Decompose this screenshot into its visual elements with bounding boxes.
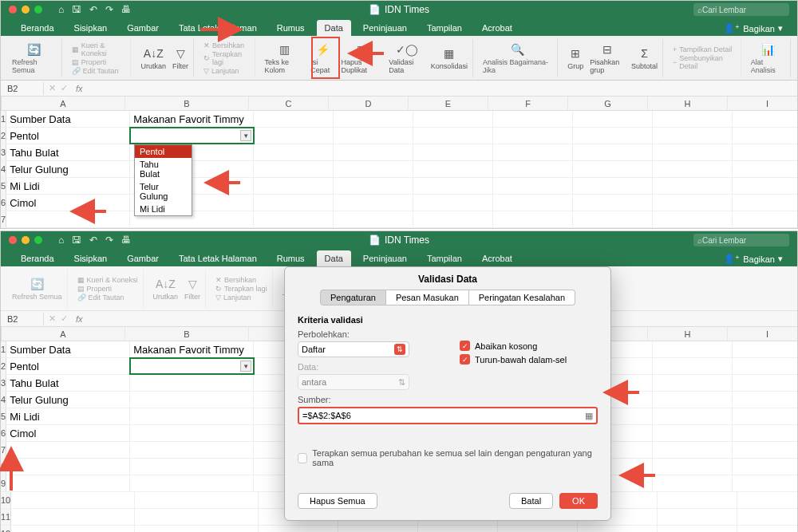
home-icon[interactable]: ⌂ xyxy=(58,234,64,246)
cell[interactable] xyxy=(413,195,493,211)
col-a[interactable]: A xyxy=(2,97,125,110)
undo-icon[interactable]: ↶ xyxy=(89,4,97,15)
maximize-icon[interactable] xyxy=(34,6,42,14)
redo-icon[interactable]: ↷ xyxy=(105,4,113,15)
dropdown-list[interactable]: Pentol Tahu Bulat Telur Gulung Mi Lidi xyxy=(134,144,192,216)
cell[interactable] xyxy=(733,144,797,160)
cell[interactable] xyxy=(334,144,413,160)
cell[interactable] xyxy=(573,161,653,177)
cell[interactable] xyxy=(254,161,334,177)
cell[interactable] xyxy=(334,111,413,127)
name-box[interactable]: B2 xyxy=(4,82,44,95)
tab-gambar[interactable]: Gambar xyxy=(119,250,167,266)
filter-button[interactable]: ▽Filter xyxy=(172,46,188,70)
row-head[interactable]: 1 xyxy=(1,111,6,127)
print-icon[interactable]: 🖶 xyxy=(121,4,131,15)
cell[interactable] xyxy=(493,161,573,177)
cell[interactable] xyxy=(493,111,573,127)
row-head[interactable]: 7 xyxy=(1,442,6,458)
row-head[interactable]: 3 xyxy=(1,375,6,391)
col-a[interactable]: A xyxy=(2,327,125,341)
save-icon[interactable]: 🖫 xyxy=(72,234,81,246)
cell[interactable]: Cimol xyxy=(6,195,130,211)
close-icon[interactable] xyxy=(9,236,17,244)
col-h[interactable]: H xyxy=(648,97,728,110)
col-c[interactable]: C xyxy=(249,97,329,110)
cell[interactable] xyxy=(733,161,797,177)
row-head[interactable]: 5 xyxy=(1,408,6,424)
cell[interactable] xyxy=(573,195,653,211)
minimize-icon[interactable] xyxy=(22,236,30,244)
check-fx-icon[interactable]: ✓ xyxy=(61,83,68,93)
cell[interactable]: Telur Gulung xyxy=(6,392,130,408)
cell[interactable]: Makanan Favorit Timmy xyxy=(130,341,254,357)
cell[interactable] xyxy=(653,195,733,211)
column-headers[interactable]: A B C D E F G H I J xyxy=(1,97,797,111)
dropdown-item[interactable]: Pentol xyxy=(135,145,192,158)
row-head[interactable]: 1 xyxy=(1,341,6,357)
cell[interactable] xyxy=(413,178,493,194)
cell[interactable] xyxy=(6,211,130,227)
cell[interactable] xyxy=(254,111,334,127)
cell[interactable]: Pentol xyxy=(6,358,130,374)
cell[interactable]: Mi Lidi xyxy=(6,178,130,194)
tab-data[interactable]: Data xyxy=(317,250,351,266)
minimize-icon[interactable] xyxy=(22,6,30,14)
tab-pesan[interactable]: Pesan Masukan xyxy=(386,290,469,305)
cancel-fx-icon[interactable]: ✕ xyxy=(49,83,56,93)
row-head[interactable]: 12 xyxy=(1,526,11,532)
search-input[interactable]: ⌕ Cari Lembar xyxy=(693,3,789,16)
cell[interactable] xyxy=(334,211,413,227)
dropdown-arrow[interactable]: ▼ xyxy=(240,361,251,372)
cell[interactable] xyxy=(573,144,653,160)
col-f[interactable]: F xyxy=(488,97,568,110)
tab-sisipkan[interactable]: Sisipkan xyxy=(66,250,116,266)
col-b[interactable]: B xyxy=(125,97,249,110)
tab-rumus[interactable]: Rumus xyxy=(269,250,313,266)
tab-data[interactable]: Data xyxy=(317,20,351,36)
row-head[interactable]: 4 xyxy=(1,161,6,177)
whatif-button[interactable]: 🔍Analisis Bagaimana-Jika xyxy=(478,39,558,77)
close-icon[interactable] xyxy=(9,6,17,14)
row-head[interactable]: 5 xyxy=(1,178,6,194)
ungroup-button[interactable]: ⊟Pisahkan grup xyxy=(590,42,625,74)
tab-sisipkan[interactable]: Sisipkan xyxy=(66,20,116,36)
row-head[interactable]: 3 xyxy=(1,144,6,160)
cell[interactable]: Pentol xyxy=(6,128,130,144)
cell[interactable]: Tahu Bulat xyxy=(6,144,130,160)
text-to-columns-button[interactable]: ▥Teks ke Kolom xyxy=(265,42,305,74)
sort-button[interactable]: A↓ZUrutkan xyxy=(140,46,166,70)
col-b[interactable]: B xyxy=(125,327,249,341)
tab-peninjauan[interactable]: Peninjauan xyxy=(355,250,415,266)
row-head[interactable]: 2 xyxy=(1,358,6,374)
tab-beranda[interactable]: Beranda xyxy=(13,20,62,36)
apply-all-checkbox[interactable]: Terapkan semua perubahan ke semua sel la… xyxy=(298,448,598,467)
row-head[interactable]: 10 xyxy=(1,492,11,508)
data-validation-button[interactable]: ✓◯Validasi Data xyxy=(389,42,425,74)
col-d[interactable]: D xyxy=(329,97,409,110)
cell[interactable] xyxy=(334,195,413,211)
cell[interactable] xyxy=(493,128,573,144)
tab-gambar[interactable]: Gambar xyxy=(119,20,167,36)
analysis-tools-button[interactable]: 📊Alat Analisis xyxy=(746,39,791,77)
maximize-icon[interactable] xyxy=(34,236,42,244)
row-head[interactable]: 8 xyxy=(1,459,6,475)
name-box[interactable]: B2 xyxy=(4,313,44,325)
col-g[interactable]: G xyxy=(568,97,648,110)
cell[interactable]: Mi Lidi xyxy=(6,408,130,424)
cell[interactable] xyxy=(254,178,334,194)
ignore-blank-checkbox[interactable]: ✓Abaikan kosong xyxy=(460,341,598,351)
range-picker-icon[interactable]: ▦ xyxy=(585,411,593,421)
redo-icon[interactable]: ↷ xyxy=(105,234,113,246)
row-head[interactable]: 4 xyxy=(1,392,6,408)
cell[interactable] xyxy=(733,195,797,211)
tab-beranda[interactable]: Beranda xyxy=(13,250,62,266)
refresh-button[interactable]: 🔄Refresh Semua xyxy=(7,39,62,77)
ok-button[interactable]: OK xyxy=(559,493,598,509)
cell[interactable] xyxy=(334,128,413,144)
group-button[interactable]: ⊞Grup xyxy=(567,46,583,70)
save-icon[interactable]: 🖫 xyxy=(72,4,81,15)
cell[interactable] xyxy=(573,111,653,127)
dropdown-item[interactable]: Mi Lidi xyxy=(135,203,192,215)
print-icon[interactable]: 🖶 xyxy=(121,234,131,246)
